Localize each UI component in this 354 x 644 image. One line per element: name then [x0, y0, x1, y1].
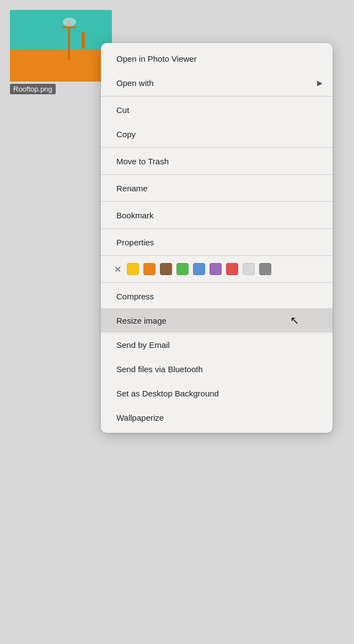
- menu-item-label: Open with: [116, 78, 154, 88]
- menu-divider: [101, 147, 332, 148]
- menu-item-compress[interactable]: Compress: [101, 284, 332, 308]
- menu-item-send-bluetooth[interactable]: Send files via Bluetooth: [101, 357, 332, 381]
- menu-item-resize-image[interactable]: Resize image ↖: [101, 308, 332, 332]
- menu-item-properties[interactable]: Properties: [101, 230, 332, 254]
- desktop-background: Rooftop.png: [0, 0, 116, 96]
- color-tag-row: ✕: [101, 257, 332, 281]
- menu-item-label: Rename: [116, 184, 148, 193]
- svg-point-4: [63, 18, 76, 26]
- color-dot-blue[interactable]: [193, 263, 205, 275]
- color-dot-light-gray[interactable]: [243, 263, 255, 275]
- svg-rect-5: [82, 32, 85, 49]
- menu-item-label: Wallpaperize: [116, 413, 164, 422]
- menu-divider: [101, 174, 332, 175]
- menu-item-cut[interactable]: Cut: [101, 98, 332, 122]
- menu-item-copy[interactable]: Copy: [101, 122, 332, 146]
- menu-item-rename[interactable]: Rename: [101, 176, 332, 200]
- submenu-arrow-icon: ▶: [317, 79, 323, 87]
- menu-item-label: Set as Desktop Background: [116, 389, 219, 398]
- menu-divider: [101, 201, 332, 202]
- file-thumbnail-area: Rooftop.png: [10, 10, 112, 98]
- file-label: Rooftop.png: [10, 84, 56, 94]
- menu-item-open-with[interactable]: Open with ▶: [101, 71, 332, 95]
- context-menu: Open in Photo Viewer Open with ▶ Cut Cop…: [101, 43, 332, 433]
- menu-divider: [101, 228, 332, 229]
- svg-rect-1: [10, 50, 112, 82]
- file-thumbnail: [10, 10, 112, 82]
- color-dot-red[interactable]: [226, 263, 238, 275]
- color-dot-green[interactable]: [176, 263, 189, 275]
- color-dot-dark-gray[interactable]: [259, 263, 271, 275]
- menu-item-label: Resize image: [116, 316, 167, 325]
- menu-item-label: Send by Email: [116, 340, 170, 350]
- svg-rect-3: [62, 26, 76, 28]
- menu-item-label: Bookmark: [116, 211, 154, 220]
- menu-item-label: Move to Trash: [116, 157, 169, 166]
- cursor-icon: ↖: [290, 314, 299, 327]
- color-dot-yellow[interactable]: [127, 263, 139, 275]
- menu-item-bookmark[interactable]: Bookmark: [101, 203, 332, 227]
- menu-item-label: Cut: [116, 105, 129, 115]
- menu-item-label: Copy: [116, 130, 136, 139]
- menu-item-wallpaperize[interactable]: Wallpaperize: [101, 405, 332, 430]
- color-dot-purple[interactable]: [210, 263, 222, 275]
- color-dot-orange[interactable]: [143, 263, 155, 275]
- menu-item-set-desktop-bg[interactable]: Set as Desktop Background: [101, 381, 332, 405]
- menu-divider: [101, 96, 332, 96]
- menu-item-move-to-trash[interactable]: Move to Trash: [101, 149, 332, 173]
- menu-divider: [101, 255, 332, 256]
- menu-divider: [101, 282, 332, 283]
- menu-item-label: Send files via Bluetooth: [116, 364, 203, 374]
- menu-item-label: Compress: [116, 292, 154, 301]
- color-dot-brown[interactable]: [160, 263, 172, 275]
- menu-item-send-by-email[interactable]: Send by Email: [101, 332, 332, 357]
- color-clear-icon[interactable]: ✕: [114, 264, 121, 275]
- menu-item-label: Open in Photo Viewer: [116, 54, 197, 63]
- menu-item-open-photo-viewer[interactable]: Open in Photo Viewer: [101, 46, 332, 71]
- menu-item-label: Properties: [116, 238, 154, 247]
